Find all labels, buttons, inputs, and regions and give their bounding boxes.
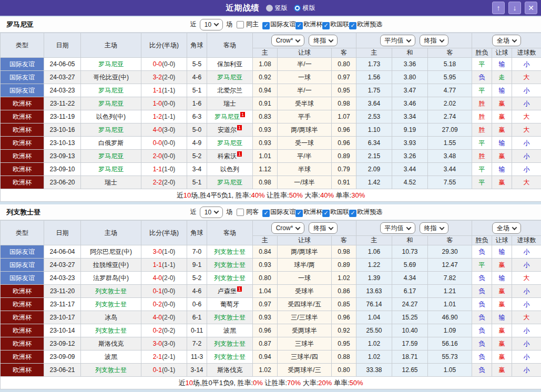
odds-time-select[interactable]: 终指: [309, 222, 338, 234]
sub-header-avg-away: 客: [428, 48, 472, 58]
handicap-line: 受四球半/五: [278, 298, 332, 311]
league-checkbox-label[interactable]: 国际友谊: [270, 208, 295, 215]
same-venue-checkbox[interactable]: [237, 21, 244, 28]
bookmaker-select[interactable]: Crow*: [271, 222, 305, 234]
match-type-badge: 欧洲杯: [1, 337, 44, 350]
avg-time-select[interactable]: 终指: [420, 35, 448, 46]
avg-time-select[interactable]: 终指: [420, 222, 448, 234]
goals-result: 小: [512, 350, 541, 364]
same-venue-label[interactable]: 同主: [246, 20, 259, 29]
avg-home: 1.73: [356, 58, 392, 71]
scope-select[interactable]: 全场: [492, 222, 521, 234]
league-checkbox[interactable]: ✓: [295, 210, 303, 217]
same-venue-checkbox[interactable]: [237, 209, 244, 216]
odds-away: 0.89: [332, 259, 356, 272]
avg-select[interactable]: 平均值: [380, 35, 415, 46]
league-checkbox[interactable]: ✓: [349, 210, 356, 217]
odds-home: 0.91: [253, 97, 278, 110]
odds-away: 0.96: [332, 123, 356, 137]
league-checkbox[interactable]: ✓: [262, 210, 270, 217]
league-checkbox[interactable]: ✓: [295, 22, 303, 29]
odds-away: 0.97: [332, 71, 356, 84]
avg-away: 12.47: [428, 259, 472, 272]
move-up-button[interactable]: ↑: [492, 2, 505, 14]
avg-draw: 3.44: [392, 163, 428, 176]
handicap-result: 赢: [492, 350, 512, 364]
league-checkbox[interactable]: ✓: [349, 22, 356, 29]
red-card-badge: 1: [240, 112, 245, 117]
league-checkbox[interactable]: ✓: [322, 22, 330, 29]
filter-bar: 近 10 场 同客 ✓国际友谊✓欧洲杯✓欧国联✓欧洲预选: [159, 207, 382, 218]
handicap-result: 赢: [492, 123, 512, 137]
away-team: 波黑: [207, 324, 253, 337]
match-type-badge: 欧洲杯: [1, 324, 44, 337]
avg-home: 2.09: [356, 163, 392, 176]
goals-result: 小: [512, 337, 541, 350]
league-checkbox[interactable]: ✓: [262, 22, 270, 29]
radio-icon[interactable]: [294, 5, 301, 12]
match-count-select[interactable]: 10: [200, 19, 223, 30]
scope-select[interactable]: 全场: [492, 35, 521, 46]
avg-odds-header: 平均值 终指: [356, 33, 472, 48]
red-card-badge: 1: [237, 151, 242, 157]
handicap-result: 输: [492, 163, 512, 176]
team-section: 罗马尼亚 近 10 场 同主 ✓国际友谊✓欧洲杯✓欧国联✓欧洲预选: [0, 17, 541, 202]
odds-away: 0.98: [332, 245, 356, 259]
radio-icon[interactable]: [266, 5, 273, 12]
chevron-down-icon: [214, 21, 219, 26]
league-checkbox-label[interactable]: 欧国联: [330, 208, 349, 215]
same-venue-label[interactable]: 同客: [246, 208, 259, 216]
league-checkbox-label[interactable]: 欧洲杯: [303, 20, 322, 28]
league-checkbox-label[interactable]: 欧洲预选: [357, 208, 382, 215]
home-team: 罗马尼亚: [81, 84, 141, 97]
avg-draw: 4.52: [392, 176, 428, 189]
odds-home: 0.92: [253, 71, 278, 84]
layout-radio-vertical[interactable]: 竖版: [266, 4, 288, 13]
home-team: 白俄罗斯: [81, 137, 141, 150]
chevron-down-icon: [406, 37, 411, 43]
match-row: 国际友谊24-03-23罗马尼亚1-1(1-1)5-1北爱尔兰0.94半/一0.…: [1, 84, 541, 97]
corner-score: 5-1: [187, 84, 207, 97]
winlose-result: 负: [472, 350, 492, 364]
radio-label-vertical[interactable]: 竖版: [275, 4, 288, 13]
odds-time-select[interactable]: 终指: [309, 35, 338, 46]
avg-select[interactable]: 平均值: [380, 222, 415, 234]
match-date: 24-03-27: [44, 259, 81, 272]
match-type-badge: 国际友谊: [1, 84, 44, 97]
move-down-button[interactable]: ↓: [508, 2, 521, 14]
match-count-select[interactable]: 10: [200, 207, 223, 218]
league-checkbox-label[interactable]: 欧洲杯: [303, 208, 322, 215]
match-score: 1-1(1-1): [141, 259, 187, 272]
goals-result: 小: [512, 285, 541, 298]
handicap-line: 球半/两: [278, 259, 332, 272]
winlose-result: 负: [472, 285, 492, 298]
radio-label-horizontal[interactable]: 横版: [303, 4, 315, 13]
col-header-away: 客场: [207, 221, 253, 245]
team-name: 罗马尼亚: [6, 20, 34, 29]
sub-header-avg-home: 主: [356, 48, 392, 58]
winlose-result: 负: [472, 272, 492, 285]
league-checkbox-label[interactable]: 欧洲预选: [357, 20, 382, 28]
odds-home: 0.93: [253, 259, 278, 272]
league-checkbox-label[interactable]: 国际友谊: [270, 20, 295, 28]
bookmaker-select[interactable]: Crow*: [271, 35, 305, 46]
avg-draw: 6.17: [392, 285, 428, 298]
avg-home: 1.02: [356, 337, 392, 350]
handicap-line: 受两球半: [278, 324, 332, 337]
home-team: 列支敦士登: [81, 364, 141, 377]
handicap-result: 赢: [492, 110, 512, 123]
league-checkbox[interactable]: ✓: [322, 210, 330, 217]
home-team: 拉脱维亚(中): [81, 259, 141, 272]
match-date: 24-06-04: [44, 245, 81, 259]
close-button[interactable]: ✕: [525, 2, 537, 14]
corner-score: 5-2: [187, 272, 207, 285]
layout-radio-horizontal[interactable]: 横版: [294, 4, 315, 13]
match-score: 1-0(0-0): [141, 97, 187, 110]
col-header-corner: 角球: [187, 221, 207, 245]
league-checkbox-label[interactable]: 欧国联: [330, 20, 349, 28]
match-score: 3-2(2-0): [141, 71, 187, 84]
filter-bar: 近 10 场 同主 ✓国际友谊✓欧洲杯✓欧国联✓欧洲预选: [159, 19, 382, 30]
match-type-badge: 欧洲杯: [1, 163, 44, 176]
goals-result: 小: [512, 324, 541, 337]
winlose-result: 胜: [472, 97, 492, 110]
